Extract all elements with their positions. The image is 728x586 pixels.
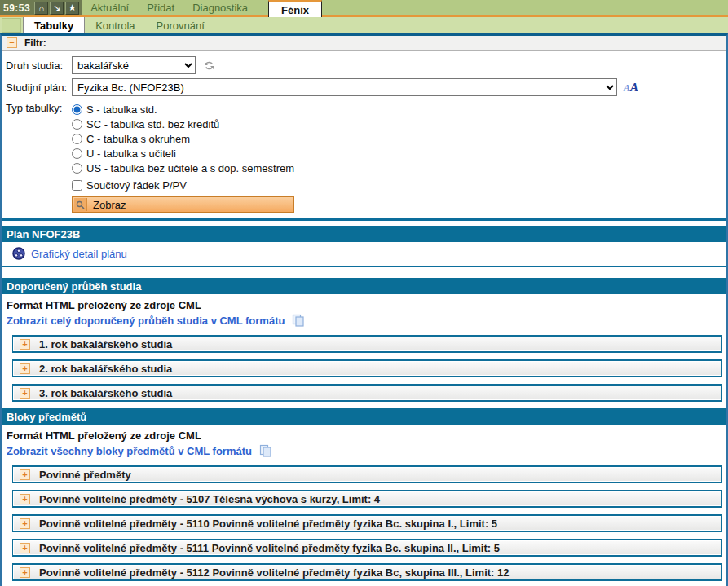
system-buttons: ⌂ ↘ ★ — [33, 0, 82, 15]
study-type-label: Druh studia: — [6, 59, 72, 72]
sub-tab-bar: Tabulky Kontrola Porovnání — [0, 17, 728, 33]
expander-label: 2. rok bakalářského studia — [39, 363, 172, 375]
table-type-label: Typ tabulky: — [6, 102, 72, 114]
tab-porovnani[interactable]: Porovnání — [146, 17, 215, 33]
expander-row-year3[interactable]: + 3. rok bakalářského studia — [12, 384, 722, 402]
home-icon: ⌂ — [38, 3, 44, 13]
expander-label: Povinně volitelné předměty - 5110 Povinn… — [39, 518, 497, 530]
study-type-select[interactable]: bakalářské — [72, 56, 196, 74]
expand-button[interactable]: + — [20, 388, 30, 399]
expander-label: Povinné předměty — [39, 469, 131, 481]
expand-button[interactable]: + — [20, 543, 30, 553]
recommended-cml-row: Zobrazit celý doporučený průběh studia v… — [2, 312, 726, 328]
plan-section-header: Plán NFOF23B — [2, 226, 726, 242]
tabbar-corner-chip — [2, 18, 21, 33]
radio-u[interactable] — [72, 148, 82, 159]
tab-tabulky[interactable]: Tabulky — [23, 17, 85, 33]
table-type-row: Typ tabulky: S - tabulka std. SC - tabul… — [2, 102, 726, 213]
expander-label: Povinně volitelné předměty - 5107 Tělesn… — [39, 493, 380, 505]
module-tab-fenix[interactable]: Fénix — [268, 0, 322, 17]
zobraz-button-label: Zobraz — [93, 199, 126, 211]
study-plan-label: Studijní plán: — [6, 82, 72, 94]
copy-icon[interactable] — [292, 314, 305, 327]
magnifier-icon — [74, 198, 87, 211]
plus-icon: + — [22, 567, 27, 577]
plus-icon: + — [22, 518, 27, 528]
redirect-button[interactable]: ↘ — [50, 2, 64, 15]
expander-row-block-5112[interactable]: + Povinně volitelné předměty - 5112 Povi… — [12, 563, 722, 581]
sum-row-checkbox[interactable] — [72, 180, 82, 191]
expand-button[interactable]: + — [20, 567, 30, 578]
radio-option-us[interactable]: US - tabulka bez učitele a s dop. semest… — [72, 161, 294, 175]
sum-row-label: Součtový řádek P/PV — [86, 179, 187, 192]
expander-row-block-5110[interactable]: + Povinně volitelné předměty - 5110 Povi… — [12, 514, 722, 532]
blocks-section-header: Bloky předmětů — [2, 408, 726, 425]
filter-section: − Filtr: Druh studia: bakalářské Studijn… — [2, 36, 726, 221]
study-plan-select[interactable]: Fyzika Bc. (NFOF23B) — [72, 78, 617, 96]
radio-c[interactable] — [72, 134, 82, 144]
blocks-cml-row: Zobrazit všechny bloky předmětů v CML fo… — [2, 443, 726, 459]
plus-icon: + — [22, 388, 27, 398]
recommended-cml-link[interactable]: Zobrazit celý doporučený průběh studia v… — [7, 315, 285, 327]
blocks-cml-link[interactable]: Zobrazit všechny bloky předmětů v CML fo… — [7, 445, 252, 457]
graphic-plan-detail-link[interactable]: Grafický detail plánu — [31, 248, 127, 260]
main-content: − Filtr: Druh studia: bakalářské Studijn… — [0, 33, 728, 586]
study-type-row: Druh studia: bakalářské — [2, 56, 726, 74]
favorites-button[interactable]: ★ — [65, 2, 79, 15]
radio-u-label: U - tabulka s učiteli — [86, 148, 176, 160]
menu-item-diagnostika[interactable]: Diagnostika — [183, 2, 257, 14]
recommended-section-header: Doporučený průběh studia — [2, 278, 726, 294]
sum-row-checkbox-option[interactable]: Součtový řádek P/PV — [72, 178, 294, 192]
expand-button[interactable]: + — [20, 469, 30, 480]
filter-header: − Filtr: — [2, 36, 726, 51]
expander-row-year1[interactable]: + 1. rok bakalářského studia — [12, 335, 722, 353]
filter-title: Filtr: — [24, 37, 46, 49]
plan-section-body: Grafický detail plánu — [2, 242, 726, 267]
table-type-choices: S - tabulka std. SC - tabulka std. bez k… — [72, 102, 294, 213]
top-menu-bar: 59:53 ⌂ ↘ ★ Aktuální Přidat Diagnostika … — [0, 0, 728, 17]
expander-label: 3. rok bakalářského studia — [39, 387, 172, 399]
plus-icon: + — [22, 339, 27, 349]
radio-s-label: S - tabulka std. — [86, 104, 157, 116]
expander-row-block-5107[interactable]: + Povinně volitelné předměty - 5107 Těle… — [12, 490, 722, 508]
radio-option-s[interactable]: S - tabulka std. — [72, 102, 294, 117]
plus-icon: + — [22, 543, 27, 553]
main-menu: Aktuální Přidat Diagnostika — [82, 0, 257, 15]
expander-row-block-povinne[interactable]: + Povinné předměty — [12, 465, 722, 483]
radio-option-u[interactable]: U - tabulka s učiteli — [72, 146, 294, 161]
expander-row-block-5111[interactable]: + Povinně volitelné předměty - 5111 Povi… — [12, 539, 722, 557]
menu-item-aktualni[interactable]: Aktuální — [82, 2, 138, 14]
menu-item-pridat[interactable]: Přidat — [138, 2, 183, 14]
refresh-icon[interactable] — [203, 59, 215, 72]
expand-button[interactable]: + — [20, 494, 30, 504]
expander-label: Povinně volitelné předměty - 5111 Povinn… — [39, 542, 500, 554]
expand-button[interactable]: + — [20, 518, 30, 529]
tab-kontrola[interactable]: Kontrola — [85, 17, 145, 33]
copy-icon[interactable] — [259, 444, 272, 457]
minus-icon: − — [9, 37, 14, 47]
plus-icon: + — [22, 363, 27, 373]
radio-us-label: US - tabulka bez učitele a s dop. semest… — [86, 162, 294, 174]
radio-c-label: C - tabulka s okruhem — [86, 133, 190, 145]
radio-us[interactable] — [72, 163, 82, 174]
radio-sc-label: SC - tabulka std. bez kreditů — [86, 118, 219, 130]
blocks-format-note: Formát HTML přeložený ze zdroje CML — [2, 425, 726, 443]
zobraz-button[interactable]: Zobraz — [72, 196, 294, 213]
arrow-icon: ↘ — [53, 2, 60, 13]
expand-button[interactable]: + — [20, 339, 30, 350]
graph-icon — [12, 247, 25, 260]
radio-s[interactable] — [72, 104, 82, 115]
alphabetical-sort-icon[interactable]: AA — [624, 82, 638, 94]
home-button[interactable]: ⌂ — [34, 2, 48, 15]
radio-sc[interactable] — [72, 119, 82, 130]
plus-icon: + — [22, 469, 27, 479]
star-icon: ★ — [68, 2, 77, 13]
expand-button[interactable]: + — [20, 363, 30, 374]
radio-option-c[interactable]: C - tabulka s okruhem — [72, 131, 294, 146]
session-timer: 59:53 — [0, 0, 33, 15]
study-plan-row: Studijní plán: Fyzika Bc. (NFOF23B) AA — [2, 78, 726, 96]
radio-option-sc[interactable]: SC - tabulka std. bez kreditů — [72, 117, 294, 131]
collapse-filter-button[interactable]: − — [7, 37, 17, 48]
expander-label: 1. rok bakalářského studia — [39, 338, 172, 350]
expander-row-year2[interactable]: + 2. rok bakalářského studia — [12, 359, 722, 377]
